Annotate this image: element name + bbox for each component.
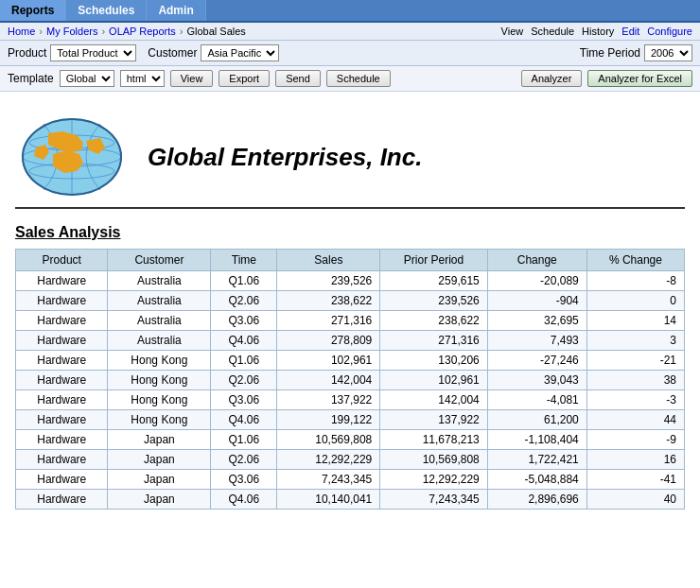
format-select[interactable]: html — [120, 70, 165, 87]
table-row: HardwareJapanQ4.0610,140,0417,243,3452,8… — [16, 490, 685, 510]
table-cell: Hardware — [16, 291, 108, 311]
breadcrumb-path: Home › My Folders › OLAP Reports › Globa… — [8, 26, 246, 37]
table-cell: Q2.06 — [211, 371, 277, 390]
table-cell: -20,089 — [487, 271, 586, 291]
configure-link[interactable]: Configure — [647, 26, 692, 37]
breadcrumb-actions: View Schedule History Edit Configure — [501, 26, 692, 37]
table-cell: Q3.06 — [211, 390, 277, 410]
table-row: HardwareJapanQ1.0610,569,80811,678,213-1… — [16, 430, 685, 450]
table-cell: Q1.06 — [211, 351, 277, 371]
sep1: › — [39, 26, 43, 37]
table-header-cell: Product — [16, 250, 108, 271]
table-cell: Q2.06 — [211, 291, 277, 311]
table-cell: 271,316 — [277, 311, 380, 331]
table-row: HardwareAustraliaQ2.06238,622239,526-904… — [16, 291, 685, 311]
tab-schedules[interactable]: Schedules — [66, 0, 147, 21]
table-cell: -9 — [586, 430, 684, 450]
breadcrumb-home[interactable]: Home — [8, 26, 35, 37]
customer-select[interactable]: Asia Pacific — [201, 44, 279, 61]
table-cell: Q2.06 — [211, 450, 277, 470]
table-row: HardwareJapanQ2.0612,292,22910,569,8081,… — [16, 450, 685, 470]
table-cell: 137,922 — [277, 390, 380, 410]
schedule-link[interactable]: Schedule — [531, 26, 574, 37]
analyzer-excel-button[interactable]: Analyzer for Excel — [587, 70, 692, 87]
table-cell: 40 — [586, 490, 684, 510]
table-cell: Australia — [108, 271, 211, 291]
table-cell: 38 — [586, 371, 684, 390]
table-row: HardwareAustraliaQ4.06278,809271,3167,49… — [16, 331, 685, 351]
table-cell: Hardware — [16, 450, 108, 470]
table-cell: Hong Kong — [108, 410, 211, 430]
table-cell: Hardware — [16, 311, 108, 331]
table-row: HardwareHong KongQ4.06199,122137,92261,2… — [16, 410, 685, 430]
table-cell: Japan — [108, 430, 211, 450]
history-link[interactable]: History — [582, 26, 614, 37]
analyzer-button[interactable]: Analyzer — [521, 70, 583, 87]
breadcrumb-myfolders[interactable]: My Folders — [46, 26, 97, 37]
table-cell: 239,526 — [277, 271, 380, 291]
table-cell: 137,922 — [380, 410, 487, 430]
customer-label: Customer — [148, 46, 197, 60]
table-cell: 259,615 — [380, 271, 487, 291]
send-button[interactable]: Send — [275, 70, 321, 87]
template-select[interactable]: Global — [60, 70, 114, 87]
breadcrumb-olapreports[interactable]: OLAP Reports — [109, 26, 176, 37]
table-header-cell: Sales — [277, 250, 380, 271]
view-button[interactable]: View — [170, 70, 214, 87]
table-cell: 1,722,421 — [487, 450, 586, 470]
table-header-cell: Time — [211, 250, 277, 271]
filter-bar: Product Total Product Customer Asia Paci… — [0, 41, 700, 66]
table-cell: 0 — [586, 291, 684, 311]
customer-filter: Customer Asia Pacific — [148, 44, 279, 61]
table-row: HardwareJapanQ3.067,243,34512,292,229-5,… — [16, 470, 685, 490]
table-cell: Australia — [108, 291, 211, 311]
table-cell: Japan — [108, 470, 211, 490]
table-header-cell: Prior Period — [380, 250, 487, 271]
edit-link[interactable]: Edit — [621, 26, 639, 37]
table-cell: 16 — [586, 450, 684, 470]
table-cell: 239,526 — [380, 291, 487, 311]
table-cell: Q4.06 — [211, 410, 277, 430]
analyzer-buttons: Analyzer Analyzer for Excel — [521, 70, 692, 87]
table-cell: 102,961 — [380, 371, 487, 390]
time-period-select[interactable]: 2006 — [644, 44, 692, 61]
product-select[interactable]: Total Product — [50, 44, 136, 61]
table-cell: Q4.06 — [211, 490, 277, 510]
table-cell: 61,200 — [487, 410, 586, 430]
table-cell: 238,622 — [380, 311, 487, 331]
sep3: › — [180, 26, 184, 37]
table-cell: 7,493 — [487, 331, 586, 351]
table-cell: 12,292,229 — [380, 470, 487, 490]
table-cell: Japan — [108, 450, 211, 470]
table-cell: 39,043 — [487, 371, 586, 390]
tab-reports[interactable]: Reports — [0, 0, 66, 21]
table-cell: Q1.06 — [211, 430, 277, 450]
tab-admin[interactable]: Admin — [147, 0, 205, 21]
table-cell: Hong Kong — [108, 390, 211, 410]
report-header: Global Enterprises, Inc. — [15, 99, 685, 209]
globe-logo — [15, 114, 129, 199]
table-cell: 11,678,213 — [380, 430, 487, 450]
breadcrumb-current: Global Sales — [187, 26, 246, 37]
table-cell: -21 — [586, 351, 684, 371]
table-cell: Hardware — [16, 410, 108, 430]
table-cell: 3 — [586, 331, 684, 351]
schedule-button[interactable]: Schedule — [326, 70, 391, 87]
table-cell: -5,048,884 — [487, 470, 586, 490]
table-cell: 102,961 — [277, 351, 380, 371]
view-link[interactable]: View — [501, 26, 524, 37]
table-cell: Hong Kong — [108, 371, 211, 390]
table-cell: 12,292,229 — [277, 450, 380, 470]
table-cell: Hardware — [16, 490, 108, 510]
table-header-cell: % Change — [586, 250, 684, 271]
table-cell: Hardware — [16, 390, 108, 410]
main-content: Global Enterprises, Inc. Sales Analysis … — [0, 92, 700, 517]
sep2: › — [101, 26, 105, 37]
export-button[interactable]: Export — [219, 70, 270, 87]
table-cell: -4,081 — [487, 390, 586, 410]
table-cell: 238,622 — [277, 291, 380, 311]
table-cell: 130,206 — [380, 351, 487, 371]
table-cell: -8 — [586, 271, 684, 291]
table-row: HardwareHong KongQ3.06137,922142,004-4,0… — [16, 390, 685, 410]
time-filter: Time Period 2006 — [580, 44, 692, 61]
